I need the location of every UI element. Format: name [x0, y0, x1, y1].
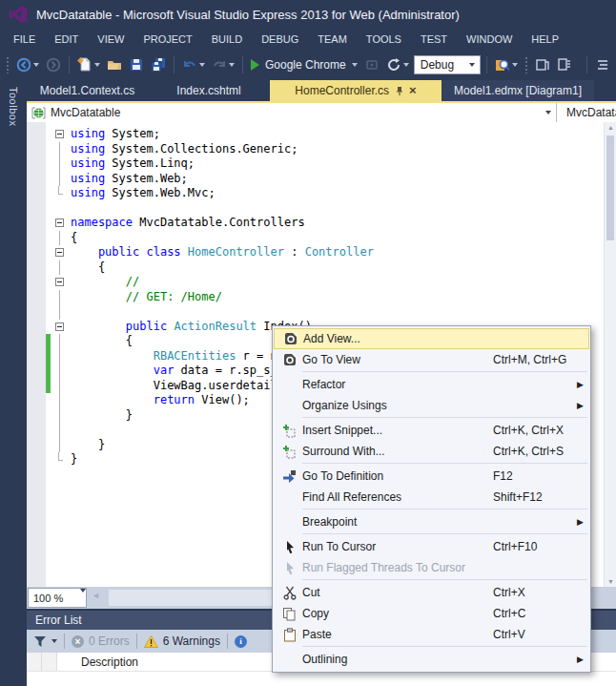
context-menu-item-insert-snippet[interactable]: Insert Snippet...Ctrl+K, Ctrl+X — [274, 420, 589, 441]
code-line[interactable] — [71, 201, 603, 217]
code-line[interactable] — [71, 304, 603, 320]
menu-view[interactable]: VIEW — [88, 29, 133, 50]
attach-to-process-button[interactable] — [362, 55, 381, 74]
menu-project[interactable]: PROJECT — [133, 29, 201, 50]
toolbar-drag-handle[interactable] — [524, 56, 528, 73]
scroll-left-icon[interactable]: ◄ — [92, 591, 100, 600]
code-line[interactable]: // GET: /Home/ — [71, 290, 603, 305]
zoom-dropdown-button[interactable] — [80, 592, 86, 604]
menu-item-shortcut: Ctrl+C — [493, 607, 575, 620]
context-menu-item-breakpoint[interactable]: Breakpoint▶ — [274, 511, 589, 532]
context-menu-item-go-to-view[interactable]: Go To ViewCtrl+M, Ctrl+G — [274, 349, 589, 370]
code-line[interactable]: using System; — [71, 127, 603, 142]
left-dock-strip: Toolbox — [0, 79, 27, 686]
context-menu-item-surround-with[interactable]: Surround With...Ctrl+K, Ctrl+S — [274, 441, 589, 462]
pin-icon[interactable] — [394, 86, 404, 96]
context-menu-item-organize-usings[interactable]: Organize Usings▶ — [274, 395, 589, 416]
collapse-box-icon[interactable] — [51, 275, 68, 290]
menu-build[interactable]: BUILD — [202, 29, 252, 50]
context-menu-item-cut[interactable]: CutCtrl+X — [274, 582, 589, 603]
save-button[interactable] — [127, 55, 146, 74]
menu-window[interactable]: WINDOW — [457, 29, 522, 50]
tab-index-cshtml[interactable]: Index.cshtml — [148, 80, 270, 101]
vertical-scroll-thumb[interactable] — [606, 135, 614, 240]
context-menu-item-copy[interactable]: CopyCtrl+C — [274, 603, 589, 624]
refresh-button[interactable] — [384, 55, 411, 74]
navigate-forward-button[interactable] — [44, 55, 63, 74]
outlining-margin[interactable] — [51, 122, 68, 587]
menu-tools[interactable]: TOOLS — [357, 29, 411, 50]
tab-homecontroller-cs[interactable]: HomeController.cs× — [270, 80, 441, 101]
warnings-filter-button[interactable]: 6 Warnings — [144, 634, 220, 648]
context-menu-item-find-all-references[interactable]: Find All ReferencesShift+F12 — [274, 487, 589, 508]
menu-item-shortcut: Ctrl+K, Ctrl+X — [493, 424, 575, 437]
context-menu-item-paste[interactable]: PasteCtrl+V — [274, 624, 589, 645]
scroll-down-icon[interactable]: ▼ — [605, 578, 616, 585]
menu-debug[interactable]: DEBUG — [252, 29, 308, 50]
code-line[interactable]: using System.Web; — [71, 172, 603, 187]
severity-column-header[interactable] — [27, 653, 42, 671]
type-dropdown[interactable]: MvcDatatable.Controllers — [557, 103, 616, 122]
menu-item-label: Copy — [302, 607, 493, 620]
project-dropdown[interactable]: MvcDatatable — [27, 103, 557, 122]
indicator-margin[interactable] — [27, 122, 46, 587]
editor-zoom-select[interactable]: 100 % — [28, 588, 87, 608]
save-all-button[interactable] — [149, 55, 168, 74]
solution-configuration-select[interactable]: Debug — [414, 55, 481, 74]
outline-list-button[interactable] — [593, 55, 612, 74]
context-menu-item-refactor[interactable]: Refactor▶ — [274, 374, 589, 395]
outline-guide — [51, 452, 68, 468]
find-in-files-button[interactable] — [493, 55, 520, 74]
menu-help[interactable]: HELP — [522, 29, 568, 50]
save-icon — [129, 57, 144, 73]
comment-block-button[interactable] — [555, 55, 574, 74]
menu-team[interactable]: TEAM — [308, 29, 357, 50]
code-line[interactable]: using System.Web.Mvc; — [71, 186, 603, 201]
tab-model1-edmx-diagram1[interactable]: Model1.edmx [Diagram1] — [441, 80, 594, 101]
tab-model1-context-cs[interactable]: Model1.Context.cs — [27, 80, 148, 101]
warning-triangle-icon — [144, 635, 158, 648]
context-menu-item-go-to-definition[interactable]: Go To DefinitionF12 — [274, 466, 589, 487]
collapse-box-icon[interactable] — [51, 245, 68, 260]
code-line[interactable]: namespace MvcDatatable.Controllers — [71, 216, 603, 231]
open-file-button[interactable] — [105, 55, 124, 74]
new-file-button[interactable] — [75, 55, 102, 74]
code-line[interactable]: using System.Linq; — [71, 156, 603, 172]
collapse-box-icon[interactable] — [51, 127, 68, 142]
outline-guide — [51, 334, 68, 349]
errors-filter-button[interactable]: × 0 Errors — [72, 634, 130, 648]
toolbar-drag-handle[interactable] — [6, 56, 10, 73]
description-column-header[interactable]: Description — [57, 655, 138, 669]
code-line[interactable]: // — [71, 275, 603, 290]
menu-edit[interactable]: EDIT — [45, 29, 88, 50]
close-tab-icon[interactable]: × — [409, 85, 417, 96]
code-line[interactable]: { — [71, 260, 603, 276]
outline-guide — [51, 423, 68, 438]
messages-filter-button[interactable]: i — [235, 635, 247, 648]
redo-button[interactable] — [210, 55, 236, 74]
collapse-box-icon[interactable] — [51, 216, 68, 231]
flag-column-header[interactable] — [42, 653, 57, 671]
code-line[interactable]: { — [71, 231, 603, 246]
menu-file[interactable]: FILE — [4, 29, 45, 50]
context-menu-item-add-view[interactable]: Add View... — [274, 328, 589, 349]
start-debug-button[interactable]: Google Chrome — [249, 56, 359, 73]
menu-item-label: Go To Definition — [302, 469, 493, 483]
scroll-up-icon[interactable]: ▲ — [605, 124, 616, 131]
code-line[interactable]: public class HomeController : Controller — [71, 245, 603, 260]
view-icon — [277, 353, 302, 366]
vertical-scrollbar[interactable]: ▲ ▼ — [604, 122, 616, 587]
collapse-box-icon[interactable] — [51, 320, 68, 335]
create-unit-tests-button[interactable] — [533, 55, 552, 74]
code-line[interactable]: using System.Collections.Generic; — [71, 142, 603, 157]
menu-test[interactable]: TEST — [411, 29, 457, 50]
menu-item-shortcut: F12 — [493, 469, 575, 483]
run-cursor-icon — [277, 540, 302, 554]
navigate-backward-button[interactable] — [14, 55, 41, 74]
filter-button[interactable] — [33, 635, 57, 648]
undo-button[interactable] — [180, 55, 207, 74]
context-menu-item-outlining[interactable]: Outlining▶ — [274, 649, 589, 670]
toolbox-tab[interactable]: Toolbox — [8, 79, 19, 126]
configuration-dropdown-button[interactable] — [465, 56, 480, 73]
context-menu-item-run-to-cursor[interactable]: Run To CursorCtrl+F10 — [274, 536, 589, 557]
